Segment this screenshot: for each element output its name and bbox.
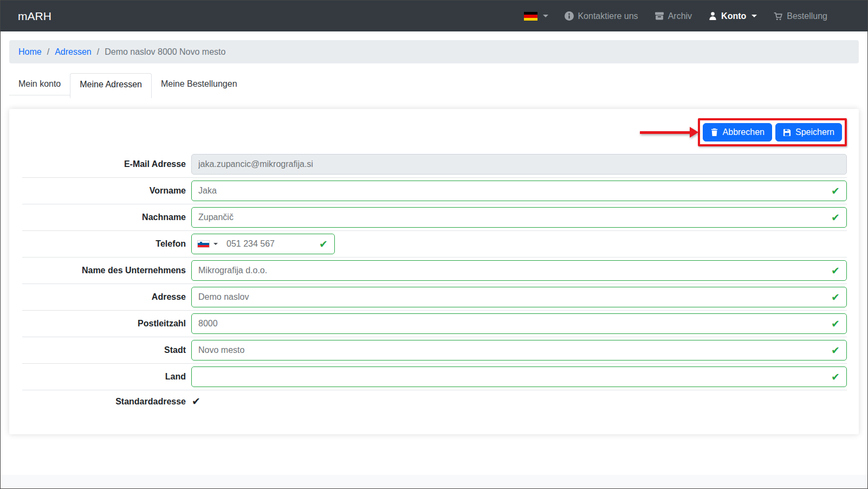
nav-item-label: Archiv bbox=[668, 11, 692, 21]
default-address-check-icon[interactable]: ✔ bbox=[191, 396, 200, 407]
order-icon bbox=[773, 11, 783, 21]
account-tabs: Mein konto Meine Adressen Meine Bestellu… bbox=[9, 73, 859, 98]
nav-item-order[interactable]: Bestellung bbox=[773, 11, 827, 21]
page-footer: mARH © 2023 Mikrografija d.o.o. bbox=[1, 475, 867, 489]
save-button[interactable]: Speichern bbox=[775, 123, 842, 141]
phone-country-dropdown[interactable] bbox=[198, 241, 218, 247]
phone-field-area: ✔ bbox=[191, 234, 335, 254]
nav-item-label: Konto bbox=[721, 11, 746, 21]
breadcrumb-separator: / bbox=[97, 47, 99, 57]
page-content: Home / Adressen / Demo naslov 8000 Novo … bbox=[1, 31, 867, 475]
breadcrumb: Home / Adressen / Demo naslov 8000 Novo … bbox=[9, 40, 859, 63]
breadcrumb-home-link[interactable]: Home bbox=[18, 47, 42, 57]
tab-my-orders[interactable]: Meine Bestellungen bbox=[152, 73, 247, 95]
lastname-field[interactable] bbox=[191, 207, 847, 228]
default-address-label: Standardadresse bbox=[22, 397, 191, 407]
address-label: Adresse bbox=[22, 292, 191, 302]
valid-check-icon: ✔ bbox=[831, 319, 840, 329]
slovenia-flag-icon bbox=[198, 241, 209, 247]
firstname-label: Vorname bbox=[22, 186, 191, 196]
zip-field[interactable] bbox=[191, 313, 847, 334]
breadcrumb-addresses-link[interactable]: Adressen bbox=[55, 47, 92, 57]
form-row-city: Stadt ✔ bbox=[22, 337, 847, 363]
company-field[interactable] bbox=[191, 260, 847, 281]
form-row-phone: Telefon ✔ bbox=[22, 230, 847, 257]
valid-check-icon: ✔ bbox=[831, 266, 840, 276]
annotation-arrow bbox=[640, 127, 698, 138]
save-icon bbox=[783, 128, 791, 137]
company-label: Name des Unternehmens bbox=[22, 266, 191, 275]
chevron-down-icon bbox=[213, 243, 218, 245]
form-row-default-address: Standardadresse ✔ bbox=[22, 390, 847, 413]
valid-check-icon: ✔ bbox=[831, 213, 840, 223]
valid-check-icon: ✔ bbox=[831, 292, 840, 303]
archive-icon bbox=[655, 11, 664, 21]
form-row-zip: Postleitzahl ✔ bbox=[22, 310, 847, 337]
address-form-card: Abbrechen Speichern E-Mail Adresse Vorna… bbox=[9, 109, 859, 434]
spacer bbox=[9, 434, 859, 475]
form-row-lastname: Nachname ✔ bbox=[22, 204, 847, 230]
nav-item-archive[interactable]: Archiv bbox=[655, 11, 692, 21]
email-field-area bbox=[191, 154, 847, 175]
navbar-menu: Kontaktiere uns Archiv Konto Be bbox=[524, 11, 827, 21]
valid-check-icon: ✔ bbox=[831, 372, 840, 382]
breadcrumb-current-page: Demo naslov 8000 Novo mesto bbox=[105, 47, 225, 57]
nav-item-label: Bestellung bbox=[787, 11, 827, 21]
city-label: Stadt bbox=[22, 345, 191, 355]
save-button-label: Speichern bbox=[795, 127, 834, 137]
valid-check-icon: ✔ bbox=[831, 186, 840, 196]
valid-check-icon: ✔ bbox=[831, 345, 840, 356]
form-row-country: Land ✔ bbox=[22, 363, 847, 390]
language-dropdown[interactable] bbox=[524, 12, 548, 21]
form-row-address: Adresse ✔ bbox=[22, 284, 847, 310]
chevron-down-icon bbox=[543, 15, 548, 17]
top-navbar: mARH Kontaktiere uns Archiv bbox=[1, 1, 867, 31]
person-icon bbox=[708, 11, 717, 21]
breadcrumb-separator: / bbox=[47, 47, 49, 57]
address-field[interactable] bbox=[191, 287, 847, 307]
chevron-down-icon bbox=[752, 15, 757, 17]
app-brand[interactable]: mARH bbox=[18, 10, 51, 23]
tab-my-addresses[interactable]: Meine Adressen bbox=[70, 73, 152, 98]
form-row-company: Name des Unternehmens ✔ bbox=[22, 257, 847, 284]
firstname-field[interactable] bbox=[191, 181, 847, 201]
trash-icon bbox=[710, 128, 718, 137]
form-row-firstname: Vorname ✔ bbox=[22, 177, 847, 204]
form-toolbar: Abbrechen Speichern bbox=[22, 117, 847, 148]
zip-label: Postleitzahl bbox=[22, 319, 191, 329]
nav-item-contact-us[interactable]: Kontaktiere uns bbox=[565, 11, 638, 21]
phone-label: Telefon bbox=[22, 239, 191, 249]
info-icon bbox=[565, 11, 574, 21]
email-label: E-Mail Adresse bbox=[22, 159, 191, 169]
lastname-label: Nachname bbox=[22, 213, 191, 222]
country-field[interactable] bbox=[191, 366, 847, 387]
german-flag-icon bbox=[524, 12, 537, 21]
form-row-email: E-Mail Adresse bbox=[22, 151, 847, 177]
nav-item-label: Kontaktiere uns bbox=[578, 11, 638, 21]
email-field bbox=[191, 154, 847, 175]
valid-check-icon: ✔ bbox=[319, 239, 328, 249]
city-field[interactable] bbox=[191, 340, 847, 361]
tab-my-account[interactable]: Mein konto bbox=[9, 73, 70, 95]
cancel-button-label: Abbrechen bbox=[723, 127, 765, 137]
cancel-button[interactable]: Abbrechen bbox=[703, 123, 772, 141]
country-label: Land bbox=[22, 372, 191, 382]
nav-item-account[interactable]: Konto bbox=[708, 11, 757, 21]
annotation-highlight-box: Abbrechen Speichern bbox=[698, 118, 847, 146]
